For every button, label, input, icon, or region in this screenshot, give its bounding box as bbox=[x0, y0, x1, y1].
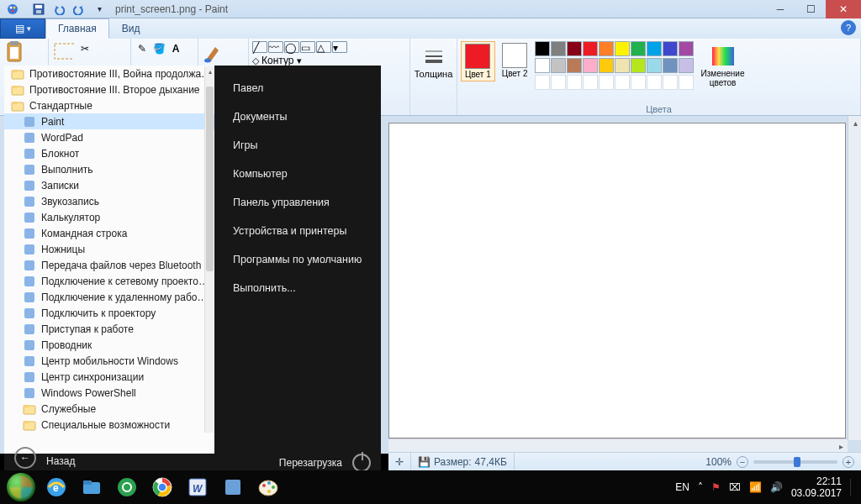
maximize-button[interactable]: ☐ bbox=[795, 0, 826, 18]
reboot-button[interactable]: Перезагрузка bbox=[279, 454, 371, 472]
start-menu-item[interactable]: Калькулятор bbox=[4, 209, 214, 225]
start-menu-place[interactable]: Игры bbox=[221, 133, 374, 158]
shape-rect[interactable]: ▭ bbox=[300, 41, 315, 53]
zoom-out-button[interactable]: − bbox=[737, 456, 748, 468]
start-menu-item[interactable]: Подключить к проектору bbox=[4, 305, 214, 321]
color-swatch[interactable] bbox=[631, 58, 646, 73]
start-menu-item[interactable]: Центр мобильности Windows bbox=[4, 353, 214, 369]
color-swatch-empty[interactable] bbox=[551, 75, 566, 90]
zoom-slider[interactable] bbox=[753, 460, 837, 464]
start-menu-item[interactable]: Специальные возможности bbox=[4, 417, 214, 433]
start-menu-place[interactable]: Документы bbox=[221, 104, 374, 129]
color-swatch-empty[interactable] bbox=[567, 75, 582, 90]
color-swatch[interactable] bbox=[647, 41, 662, 56]
start-menu-place[interactable]: Панель управления bbox=[221, 190, 374, 215]
start-menu-item[interactable]: Выполнить bbox=[4, 161, 214, 177]
color-swatch[interactable] bbox=[583, 41, 598, 56]
start-menu-item[interactable]: Звукозапись bbox=[4, 193, 214, 209]
color-swatch-empty[interactable] bbox=[583, 75, 598, 90]
color-swatch[interactable] bbox=[663, 58, 678, 73]
tab-view[interactable]: Вид bbox=[109, 18, 153, 39]
start-menu-item[interactable]: Подключение к сетевому проекто… bbox=[4, 273, 214, 289]
color-swatch[interactable] bbox=[583, 58, 598, 73]
edit-colors-button[interactable]: Изменение цветов bbox=[697, 41, 749, 97]
start-menu-item[interactable]: Записки bbox=[4, 177, 214, 193]
select-icon[interactable] bbox=[52, 41, 74, 63]
lang-indicator[interactable]: EN bbox=[675, 481, 689, 493]
color-swatch-empty[interactable] bbox=[663, 75, 678, 90]
tray-volume-icon[interactable]: 🔊 bbox=[770, 481, 783, 493]
undo-icon[interactable] bbox=[52, 3, 66, 16]
start-menu-item[interactable]: Противостояние III, Война продолжа… bbox=[4, 66, 214, 81]
start-menu-item[interactable]: Стандартные bbox=[4, 97, 214, 113]
tray-flag-icon[interactable]: ⚑ bbox=[711, 481, 721, 493]
color-swatch-empty[interactable] bbox=[615, 75, 630, 90]
tab-main[interactable]: Главная bbox=[45, 18, 109, 39]
color-swatch[interactable] bbox=[631, 41, 646, 56]
color1-button[interactable]: Цвет 1 bbox=[461, 41, 495, 81]
taskbar-app2-icon[interactable] bbox=[215, 470, 251, 504]
outline-dropdown[interactable]: ◇ Контур ▾ bbox=[252, 55, 302, 66]
start-menu-item[interactable]: Ножницы bbox=[4, 241, 214, 257]
color-swatch[interactable] bbox=[647, 58, 662, 73]
start-menu-item[interactable]: Подключение к удаленному рабо… bbox=[4, 289, 214, 305]
color-swatch[interactable] bbox=[535, 58, 550, 73]
taskbar-word-icon[interactable]: W bbox=[180, 470, 215, 504]
taskbar-explorer-icon[interactable] bbox=[74, 470, 109, 504]
start-menu-item[interactable]: Проводник bbox=[4, 337, 214, 353]
color-swatch-empty[interactable] bbox=[647, 75, 662, 90]
start-menu-item[interactable]: Передача файлов через Bluetooth bbox=[4, 257, 214, 273]
horizontal-scrollbar[interactable]: ▸ bbox=[388, 438, 848, 452]
taskbar-paint-icon[interactable] bbox=[251, 470, 286, 504]
color-swatch[interactable] bbox=[679, 58, 694, 73]
color-swatch-empty[interactable] bbox=[631, 75, 646, 90]
start-menu-place[interactable]: Компьютер bbox=[221, 161, 374, 186]
taskbar-app1-icon[interactable] bbox=[109, 470, 145, 504]
color-swatch-empty[interactable] bbox=[679, 75, 694, 90]
start-menu-item[interactable]: WordPad bbox=[4, 129, 214, 145]
pencil-icon[interactable]: ✎ bbox=[135, 41, 150, 56]
color-swatch[interactable] bbox=[567, 41, 582, 56]
color-swatch[interactable] bbox=[551, 41, 566, 56]
color-swatch[interactable] bbox=[551, 58, 566, 73]
shape-tri[interactable]: △ bbox=[316, 41, 331, 53]
color-swatch[interactable] bbox=[599, 58, 614, 73]
start-menu-scrollbar[interactable]: ▴ bbox=[204, 66, 214, 433]
start-menu-item[interactable]: Приступая к работе bbox=[4, 321, 214, 337]
color-swatch[interactable] bbox=[599, 41, 614, 56]
start-menu-place[interactable]: Устройства и принтеры bbox=[221, 218, 374, 244]
file-tab[interactable]: ▤▾ bbox=[0, 18, 45, 39]
tray-clock[interactable]: 22:11 03.09.2017 bbox=[791, 475, 842, 500]
crop-icon[interactable]: ✂ bbox=[77, 41, 92, 56]
color-swatch[interactable] bbox=[663, 41, 678, 56]
redo-icon[interactable] bbox=[72, 3, 86, 16]
start-menu-place[interactable]: Павел bbox=[221, 76, 374, 101]
fill-tool-icon[interactable]: 🪣 bbox=[151, 41, 166, 56]
shape-more[interactable]: ▾ bbox=[332, 41, 347, 53]
color-swatch-empty[interactable] bbox=[599, 75, 614, 90]
zoom-in-button[interactable]: + bbox=[843, 456, 854, 468]
tray-battery-icon[interactable]: ⌧ bbox=[729, 481, 741, 493]
shape-curve[interactable]: 〰 bbox=[268, 41, 283, 53]
color2-button[interactable]: Цвет 2 bbox=[499, 41, 531, 80]
color-swatch[interactable] bbox=[615, 58, 630, 73]
minimize-button[interactable]: ─ bbox=[765, 0, 795, 18]
start-menu-item[interactable]: Противостояние III. Второе дыхание bbox=[4, 81, 214, 97]
start-menu-item[interactable]: Командная строка bbox=[4, 225, 214, 241]
start-menu-item[interactable]: Paint bbox=[4, 113, 214, 129]
paste-icon[interactable] bbox=[3, 41, 25, 63]
color-swatch[interactable] bbox=[615, 41, 630, 56]
text-icon[interactable]: A bbox=[168, 41, 183, 56]
start-orb[interactable] bbox=[3, 470, 39, 504]
qat-dropdown-icon[interactable]: ▾ bbox=[92, 3, 106, 16]
help-icon[interactable]: ? bbox=[841, 20, 856, 35]
start-menu-item[interactable]: Windows PowerShell bbox=[4, 385, 214, 401]
color-swatch[interactable] bbox=[567, 58, 582, 73]
brush-icon[interactable] bbox=[202, 41, 224, 63]
show-desktop[interactable] bbox=[850, 479, 851, 496]
taskbar-ie-icon[interactable]: e bbox=[39, 470, 74, 504]
color-swatch[interactable] bbox=[679, 41, 694, 56]
shape-line[interactable]: ╱ bbox=[252, 41, 267, 53]
tray-network-icon[interactable]: 📶 bbox=[749, 481, 762, 493]
thickness-button[interactable]: Толщина bbox=[414, 41, 453, 97]
